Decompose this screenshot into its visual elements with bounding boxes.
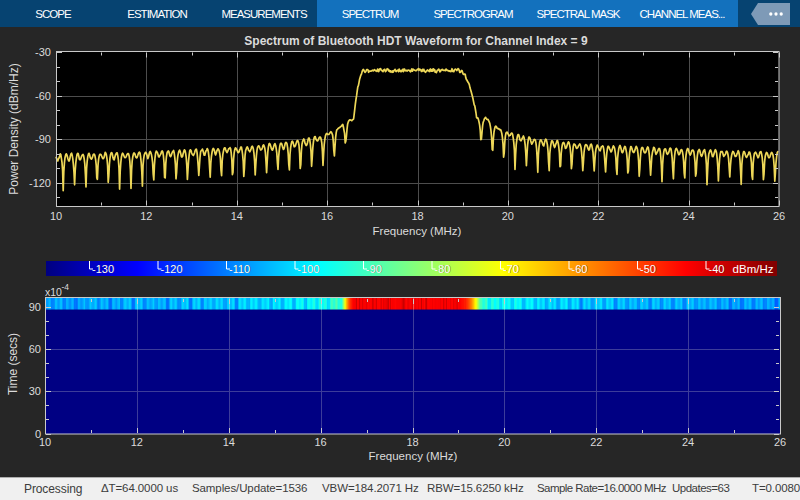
svg-text:-60: -60 <box>572 263 588 275</box>
svg-text:60: 60 <box>29 343 41 355</box>
svg-text:12: 12 <box>131 436 143 448</box>
svg-text:-50: -50 <box>640 263 656 275</box>
svg-text:26: 26 <box>774 436 786 448</box>
svg-text:18: 18 <box>411 210 423 222</box>
svg-text:10: 10 <box>50 210 62 222</box>
svg-text:-80: -80 <box>435 263 451 275</box>
svg-text:-130: -130 <box>92 263 114 275</box>
svg-text:-30: -30 <box>35 46 51 58</box>
svg-text:Time (secs): Time (secs) <box>6 333 20 395</box>
svg-text:26: 26 <box>773 210 785 222</box>
svg-text:0: 0 <box>35 428 41 440</box>
svg-text:x10: x10 <box>45 286 62 298</box>
svg-text:Power Density (dBm/Hz): Power Density (dBm/Hz) <box>7 63 21 194</box>
svg-text:-40: -40 <box>709 263 725 275</box>
svg-text:-60: -60 <box>35 90 51 102</box>
svg-text:-100: -100 <box>298 263 320 275</box>
svg-text:14: 14 <box>231 210 243 222</box>
svg-text:-120: -120 <box>29 177 51 189</box>
svg-text:-120: -120 <box>161 263 183 275</box>
svg-text:20: 20 <box>502 210 514 222</box>
svg-text:24: 24 <box>682 436 694 448</box>
svg-text:20: 20 <box>498 436 510 448</box>
svg-text:Frequency (MHz): Frequency (MHz) <box>369 450 458 462</box>
svg-text:18: 18 <box>406 436 418 448</box>
svg-text:-90: -90 <box>366 263 382 275</box>
svg-text:dBm/Hz: dBm/Hz <box>733 263 774 275</box>
svg-text:14: 14 <box>223 436 235 448</box>
svg-text:12: 12 <box>140 210 152 222</box>
svg-text:-4: -4 <box>62 282 70 292</box>
svg-text:Spectrum of Bluetooth HDT Wave: Spectrum of Bluetooth HDT Waveform for C… <box>244 34 588 48</box>
svg-text:Frequency (MHz): Frequency (MHz) <box>373 225 462 237</box>
svg-text:-110: -110 <box>229 263 250 275</box>
svg-text:90: 90 <box>29 301 41 313</box>
svg-text:22: 22 <box>590 436 602 448</box>
svg-text:-70: -70 <box>503 263 519 275</box>
svg-text:24: 24 <box>683 210 695 222</box>
svg-text:-90: -90 <box>35 133 51 145</box>
svg-text:16: 16 <box>315 436 327 448</box>
svg-text:30: 30 <box>29 385 41 397</box>
svg-text:16: 16 <box>321 210 333 222</box>
svg-text:22: 22 <box>592 210 604 222</box>
